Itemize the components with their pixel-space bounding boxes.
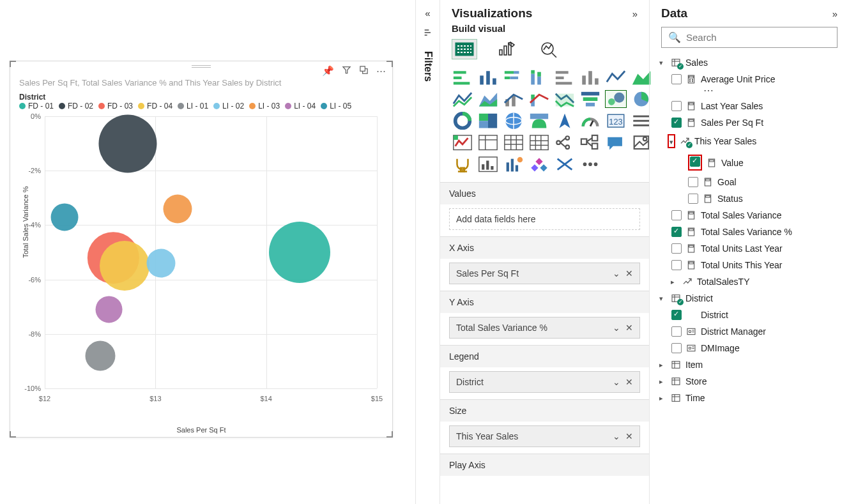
chevron-right-icon[interactable]: ▸ — [668, 278, 678, 286]
viz-type-option[interactable] — [528, 112, 550, 130]
checkbox[interactable] — [671, 118, 682, 128]
viz-type-option[interactable] — [503, 112, 524, 130]
field-average-unit-price[interactable]: Average Unit Price — [654, 71, 845, 88]
remove-field-icon[interactable]: ✕ — [625, 268, 633, 279]
chevron-down-icon[interactable]: ⌄ — [613, 377, 620, 387]
pin-icon[interactable]: 📌 — [322, 65, 334, 77]
data-point-bubble[interactable] — [146, 249, 175, 278]
visual-card[interactable]: 📌 ⋯ Sales Per Sq Ft, Total Sales Varianc… — [10, 61, 393, 438]
chevron-down-icon[interactable]: ▾ — [656, 59, 666, 67]
collapse-data-icon[interactable]: » — [832, 8, 838, 19]
viz-type-option[interactable] — [477, 112, 499, 130]
checkbox[interactable] — [671, 243, 682, 254]
legend-item[interactable]: FD - 04 — [138, 102, 172, 111]
viz-type-option[interactable] — [605, 68, 627, 86]
collapse-visualizations-icon[interactable]: » — [632, 8, 638, 19]
checkbox[interactable] — [688, 194, 698, 204]
chevron-down-icon[interactable]: ⌄ — [613, 323, 620, 333]
chevron-right-icon[interactable]: ▸ — [656, 394, 666, 402]
chevron-down-icon[interactable]: ▾ — [656, 294, 666, 303]
viz-type-option[interactable] — [579, 134, 601, 151]
resize-handle-tl[interactable] — [10, 61, 16, 67]
format-visual-tab[interactable] — [494, 39, 519, 59]
build-visual-tab[interactable] — [452, 39, 477, 59]
checkbox[interactable] — [671, 310, 682, 320]
data-point-bubble[interactable] — [269, 222, 330, 283]
field-more-icon[interactable]: ⋯ — [654, 88, 845, 98]
viz-type-option[interactable] — [528, 90, 550, 108]
well-slot-values[interactable]: Add data fields here — [449, 208, 640, 230]
viz-type-option[interactable]: 123 — [605, 112, 627, 130]
search-fields-input[interactable]: 🔍 — [661, 27, 838, 48]
remove-field-icon[interactable]: ✕ — [625, 377, 633, 387]
filter-icon[interactable] — [342, 65, 351, 77]
table-store[interactable]: ▸ Store — [654, 373, 845, 390]
viz-type-option[interactable] — [579, 90, 601, 108]
viz-type-option[interactable] — [452, 155, 473, 173]
checkbox[interactable] — [671, 210, 682, 220]
legend-item[interactable]: FD - 01 — [19, 102, 54, 111]
viz-type-option[interactable] — [554, 112, 576, 130]
well-slot-y-axis[interactable]: Total Sales Variance % ⌄✕ — [449, 317, 640, 339]
filters-label[interactable]: Filters — [422, 51, 434, 82]
data-point-bubble[interactable] — [163, 194, 192, 223]
resize-handle-tr[interactable] — [386, 61, 393, 67]
field-total-sales-ty[interactable]: ▸ TotalSalesTY — [654, 273, 845, 290]
data-point-bubble[interactable] — [85, 340, 115, 370]
viz-type-option[interactable] — [452, 68, 473, 86]
field-sales-per-sq-ft[interactable]: Sales Per Sq Ft — [654, 114, 845, 131]
well-slot-size[interactable]: This Year Sales ⌄✕ — [449, 425, 640, 447]
viz-type-option[interactable] — [477, 134, 499, 151]
legend-item[interactable]: LI - 01 — [178, 102, 208, 111]
focus-mode-icon[interactable] — [359, 65, 369, 77]
viz-type-option[interactable] — [477, 155, 499, 173]
data-point-bubble[interactable] — [98, 114, 157, 172]
expand-filters-icon[interactable]: « — [425, 8, 430, 19]
table-item[interactable]: ▸ Item — [654, 356, 845, 373]
viz-type-option[interactable] — [605, 90, 627, 108]
chevron-down-icon[interactable]: ⌄ — [613, 431, 620, 441]
scatter-plot[interactable]: 0%-2%-4%-6%-8%-10%$12$13$14$15 — [45, 116, 383, 404]
field-district-manager[interactable]: District Manager — [654, 323, 845, 340]
checkbox[interactable] — [690, 157, 700, 167]
chevron-right-icon[interactable]: ▸ — [656, 378, 666, 386]
checkbox[interactable] — [671, 260, 682, 270]
field-status[interactable]: Status — [654, 190, 845, 207]
viz-type-option[interactable] — [554, 90, 576, 108]
viz-type-option[interactable] — [452, 90, 473, 108]
field-dm-image[interactable]: DMImage — [654, 340, 845, 356]
search-input[interactable] — [686, 32, 830, 43]
viz-type-option[interactable] — [452, 112, 473, 130]
viz-type-option[interactable] — [528, 155, 550, 173]
viz-type-option[interactable] — [528, 68, 550, 86]
data-point-bubble[interactable] — [51, 203, 79, 231]
viz-type-option[interactable] — [554, 155, 576, 173]
viz-type-option[interactable] — [503, 68, 524, 86]
field-total-sales-variance-pct[interactable]: Total Sales Variance % — [654, 224, 845, 240]
well-slot-x-axis[interactable]: Sales Per Sq Ft ⌄✕ — [449, 263, 640, 284]
table-time[interactable]: ▸ Time — [654, 390, 845, 406]
viz-type-option[interactable] — [503, 90, 524, 108]
legend-item[interactable]: FD - 03 — [98, 102, 133, 111]
viz-type-option[interactable] — [477, 68, 499, 86]
field-total-units-this-year[interactable]: Total Units This Year — [654, 257, 845, 273]
viz-type-option[interactable] — [477, 90, 499, 108]
legend-item[interactable]: FD - 02 — [59, 102, 93, 111]
field-last-year-sales[interactable]: Last Year Sales — [654, 98, 845, 114]
checkbox[interactable] — [671, 74, 682, 84]
field-goal[interactable]: Goal — [654, 174, 845, 190]
legend-item[interactable]: LI - 03 — [249, 102, 280, 111]
viz-type-option[interactable] — [452, 134, 473, 151]
more-options-icon[interactable]: ⋯ — [376, 65, 386, 77]
table-sales[interactable]: ▾ ✓ Sales — [654, 54, 845, 71]
viz-type-option[interactable] — [579, 112, 601, 130]
viz-type-option[interactable] — [605, 134, 627, 151]
viz-type-option[interactable] — [579, 68, 601, 86]
field-this-year-sales[interactable]: ▾ ✓ This Year Sales — [654, 131, 845, 151]
card-drag-handle[interactable] — [192, 65, 211, 68]
chevron-down-icon[interactable]: ▾ — [669, 138, 673, 146]
legend-item[interactable]: LI - 04 — [285, 102, 316, 111]
table-district[interactable]: ▾ ✓ District — [654, 290, 845, 307]
chevron-right-icon[interactable]: ▸ — [656, 361, 666, 369]
checkbox[interactable] — [671, 343, 682, 353]
